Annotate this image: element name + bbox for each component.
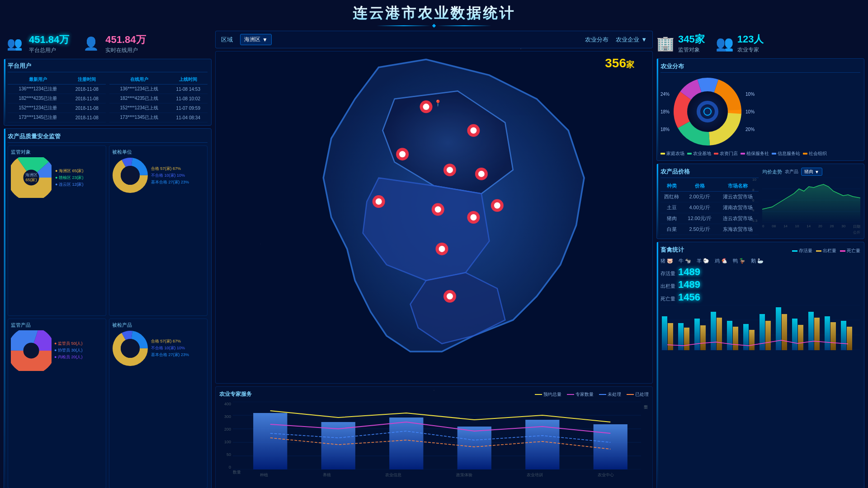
svg-rect-92	[825, 316, 830, 350]
total-users-icon: 👥	[4, 33, 25, 54]
agri-enterprise-btn[interactable]: 农业企业 ▼	[616, 36, 647, 44]
alive-label: 存活量	[660, 270, 675, 277]
building-icon: 🏢	[656, 35, 675, 52]
supervision-label: 监管对象	[678, 46, 705, 54]
units-donut-chart	[112, 157, 148, 193]
monitoring-title: 农产品质量安全监管	[8, 132, 208, 143]
trend-chart-area: 108643.3 008141014202630日期	[762, 178, 860, 223]
agri-dist-title: 农业分布	[660, 62, 860, 73]
agri-dist-btn[interactable]: 农业分布	[585, 36, 609, 44]
price-section: 农产品价格 种类 价格 市场名称 西红柿2.00元/斤灌云农贸市场土豆4.00元…	[656, 164, 864, 239]
target-pie-chart: 海洲区 65(家)	[11, 157, 52, 198]
header-decoration	[0, 24, 868, 27]
price-trend-chart	[762, 178, 860, 223]
new-user-col1: 最新用户	[8, 75, 68, 84]
monitor-targets-card: 监管对象 海洲区 65(家) ● 海洲区 65(家)	[8, 145, 106, 316]
agri-legend: 家庭农场 农业基地 农资门店 植保服务社 信息服务站	[660, 150, 860, 157]
checked-donut-chart	[112, 330, 148, 366]
expert-services-title: 农业专家服务	[219, 390, 252, 398]
livestock-stats-grid: 存活量 1489 出栏量 1489 死亡量 1456	[660, 266, 860, 303]
svg-rect-83	[749, 330, 755, 350]
monitor-units-title: 被检单位	[112, 149, 204, 155]
livestock-section: 畜禽统计 存活量 出栏量 死亡量	[656, 242, 864, 488]
online-users-stat: 👤 451.84万 实时在线用户	[80, 33, 146, 54]
y-axis-labels: 400300200100500	[219, 402, 233, 469]
monitoring-grid: 监管对象 海洲区 65(家) ● 海洲区 65(家)	[8, 145, 208, 488]
svg-text:65(家): 65(家)	[25, 178, 37, 182]
out-value: 1489	[678, 279, 700, 291]
svg-rect-76	[694, 319, 700, 350]
region-select[interactable]: 海洲区 ▼	[240, 34, 272, 45]
svg-point-32	[435, 206, 441, 213]
price-table: 种类 价格 市场名称 西红柿2.00元/斤灌云农贸市场土豆4.00元/斤灌南农贸…	[660, 181, 759, 235]
monitor-products-title: 监管产品	[11, 322, 103, 328]
center-topbar: 区域 海洲区 ▼ 农业分布 农业企业 ▼	[215, 31, 653, 48]
online-user-row: 182****4235已上线11-08 10:02	[109, 94, 208, 103]
svg-rect-80	[727, 321, 732, 350]
monitor-units-card: 被检单位 合格 57(家) 67% 不合格 10(家) 10% 基	[109, 145, 208, 316]
agri-donut-chart	[671, 75, 744, 148]
monitor-products-card: 监管产品 ● 监管员 50(人) ● 协管员 30(人) ● 内检员 20(人)	[8, 319, 106, 488]
svg-rect-84	[760, 314, 765, 350]
new-user-row: 136****1234已注册2018-11-08	[8, 84, 106, 94]
svg-rect-79	[717, 318, 722, 350]
expert-chart-area: 种植养殖农业信息政策体验农业培训农业中心	[233, 402, 641, 469]
price-row: 西红柿2.00元/斤灌云农贸市场	[660, 192, 759, 202]
svg-rect-47	[253, 413, 287, 469]
left-top-stats: 👥 451.84万 平台总用户 👤 451.84万 实时在线用户	[4, 31, 212, 56]
svg-rect-91	[814, 318, 820, 350]
region-label: 区域	[221, 36, 233, 44]
new-user-row: 173****1345已注册2018-11-08	[8, 113, 106, 122]
price-col-type: 种类	[660, 181, 683, 192]
new-user-row: 152****1234已注册2018-11-08	[8, 103, 106, 113]
svg-rect-73	[668, 323, 673, 350]
svg-point-40	[447, 293, 453, 300]
svg-point-9	[121, 166, 140, 185]
svg-rect-95	[847, 327, 852, 350]
platform-users-title: 平台用户	[8, 62, 208, 72]
supervision-stat: 🏢 345家 监管对象	[656, 33, 705, 54]
user-tables: 最新用户 注册时间 136****1234已注册2018-11-08182***…	[8, 75, 208, 122]
online-users-value: 451.84万	[105, 33, 146, 47]
expert-value: 123人	[737, 33, 764, 46]
checked-products-title: 被检产品	[112, 322, 204, 328]
trend-title: 均价走势	[762, 169, 782, 175]
svg-rect-90	[808, 312, 814, 350]
svg-point-34	[470, 214, 476, 221]
right-panel: 🏢 345家 监管对象 👥 123人 农业专家 农业分布 24% 18	[656, 31, 864, 488]
svg-rect-82	[743, 324, 749, 350]
product-label: 农产品	[785, 169, 798, 175]
price-title: 农产品价格	[660, 168, 759, 178]
expert-services-section: 农业专家服务 预约总量 专家数量 未处理	[215, 386, 653, 488]
online-users-table: 在线用户 上线时间 136****1234已上线11-08 14:53182**…	[109, 75, 208, 122]
new-user-col2: 注册时间	[68, 75, 106, 84]
out-label: 出栏量	[660, 283, 675, 290]
price-row: 白菜2.50元/斤东海农贸市场	[660, 224, 759, 235]
online-user-row: 173****1345已上线11-04 08:34	[109, 113, 208, 122]
svg-text:海洲区: 海洲区	[25, 173, 38, 177]
main-layout: 👥 451.84万 平台总用户 👤 451.84万 实时在线用户 平台用户	[0, 29, 868, 488]
svg-rect-85	[765, 321, 771, 350]
online-user-col2: 上线时间	[169, 75, 208, 84]
right-top-stats: 🏢 345家 监管对象 👥 123人 农业专家	[656, 31, 864, 56]
new-users-table: 最新用户 注册时间 136****1234已注册2018-11-08182***…	[8, 75, 106, 122]
svg-point-38	[439, 246, 445, 252]
livestock-chart-svg: 01 02 03 04 05 06 07 08 09 10 11 12	[660, 305, 860, 350]
svg-point-19	[423, 103, 429, 110]
svg-rect-74	[678, 323, 684, 350]
dead-label: 死亡量	[660, 296, 675, 302]
price-col-price: 价格	[683, 181, 717, 192]
svg-rect-81	[733, 327, 738, 350]
svg-rect-94	[841, 321, 846, 350]
center-panel: 区域 海洲区 ▼ 农业分布 农业企业 ▼ 356家	[215, 31, 653, 488]
svg-point-24	[399, 151, 406, 157]
svg-rect-89	[798, 325, 803, 350]
svg-point-30	[376, 198, 382, 205]
monitoring-section: 农产品质量安全监管 监管对象 海洲区 65(家)	[4, 128, 212, 488]
svg-rect-72	[662, 316, 667, 350]
price-trend-wrap: 均价走势 农产品 猪肉 ▼	[762, 168, 860, 235]
product-select[interactable]: 猪肉 ▼	[801, 168, 822, 176]
total-users-value: 451.84万	[29, 33, 69, 47]
total-users-stat: 👥 451.84万 平台总用户	[4, 33, 69, 54]
svg-point-26	[447, 167, 453, 173]
